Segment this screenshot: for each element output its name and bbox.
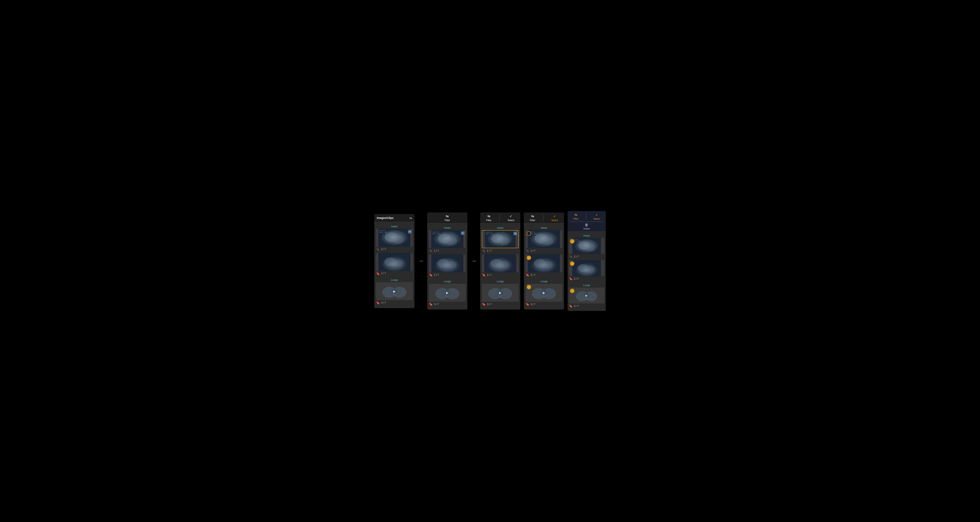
- svg-text:▶: ▶: [499, 291, 502, 294]
- media-item-0-1[interactable]: 🔖2 / 7: [376, 253, 413, 276]
- svg-point-3: [393, 236, 404, 244]
- delete-icon: 🗑: [585, 223, 589, 227]
- counter-row: 🔖2 / 7: [482, 272, 519, 277]
- svg-point-69: [586, 266, 595, 273]
- svg-text:Depth: 16cm: Depth: 16cm: [379, 232, 387, 233]
- bookmark-icon[interactable]: 🔖: [429, 302, 433, 306]
- select-label: Select: [593, 218, 600, 220]
- scene: Images/clips ⇋ Heart 123/45 Hz Depth: 16…: [368, 205, 612, 317]
- bookmark-icon[interactable]: 🔖: [569, 255, 573, 258]
- media-thumb-1-0[interactable]: ▶ ✓: [569, 288, 605, 304]
- media-thumb-1-0[interactable]: ▶ ✓: [525, 284, 562, 302]
- check-overlay[interactable]: ○: [527, 231, 531, 236]
- bookmark-icon[interactable]: 🔖: [525, 273, 530, 277]
- media-thumb-0-0[interactable]: 123/45 Hz Depth: 16cm ✏: [482, 230, 519, 248]
- check-overlay[interactable]: ✓: [570, 239, 574, 243]
- media-thumb-0-0[interactable]: 123/45 Hz Depth: 16cm ✏: [376, 229, 413, 247]
- panel-5: ⇋ Filter ✓ Select 🗑 Delete Heart: [568, 211, 606, 311]
- media-thumb-0-1[interactable]: ✓: [525, 255, 562, 272]
- filter-label: Filter: [573, 218, 579, 220]
- media-item-0-1[interactable]: 🔖2 / 7: [429, 255, 466, 277]
- media-thumb-0-0[interactable]: 123/45 Hz Depth: 16cm ✓: [569, 238, 605, 254]
- media-item-0-0[interactable]: 123/45 Hz Depth: 16cm ✏🔖1 / 7: [376, 229, 413, 252]
- bookmark-icon[interactable]: 🔖: [525, 302, 530, 306]
- select-button[interactable]: ✓ Select: [508, 214, 514, 222]
- media-item-0-0[interactable]: 123/45 Hz Depth: 16cm ✏🔖1 / 7: [429, 230, 466, 253]
- bookmark-icon[interactable]: 🔖: [569, 304, 573, 308]
- delete-label: Delete: [584, 228, 590, 230]
- media-thumb-0-0[interactable]: 123/45 Hz Depth: 16cm ○: [525, 230, 562, 248]
- svg-text:Depth: 16cm: Depth: 16cm: [432, 233, 440, 234]
- filter-icon[interactable]: ⇋: [409, 216, 412, 220]
- counter-text: 3 / 7: [434, 303, 439, 306]
- panel-1: Images/clips ⇋ Heart 123/45 Hz Depth: 16…: [374, 214, 414, 308]
- media-item-0-0[interactable]: 123/45 Hz Depth: 16cm ✓🔖1 / 7: [569, 238, 605, 259]
- filter-button[interactable]: ⇋ Filter: [486, 214, 492, 222]
- counter-row: 🔖2 / 7: [525, 272, 562, 277]
- section-title-1: Lungs: [482, 279, 519, 284]
- filter-button[interactable]: ⇋ Filter: [445, 214, 450, 222]
- media-thumb-0-1[interactable]: [482, 255, 519, 272]
- counter-row: 🔖3 / 7: [429, 302, 466, 307]
- select-button[interactable]: ✓ Select: [593, 213, 600, 220]
- filter-button[interactable]: ⇋ Filter: [573, 213, 579, 220]
- bookmark-icon[interactable]: 🔖: [482, 249, 486, 253]
- media-thumb-0-1[interactable]: ✓: [569, 260, 605, 276]
- media-item-0-1[interactable]: 🔖2 / 7: [482, 255, 519, 277]
- media-thumb-0-1[interactable]: [429, 255, 466, 272]
- svg-text:123/45 Hz: 123/45 Hz: [379, 230, 386, 231]
- media-thumb-0-0[interactable]: 123/45 Hz Depth: 16cm ✏: [429, 230, 466, 248]
- filter-icon: ⇋: [531, 214, 534, 218]
- media-item-1-0[interactable]: ▶ ✓🔖3 / 7: [525, 284, 562, 307]
- filter-icon: ⇋: [446, 214, 449, 218]
- svg-point-24: [446, 261, 456, 268]
- counter-row: 🔖1 / 7: [569, 254, 605, 259]
- check-overlay[interactable]: ✓: [527, 256, 531, 260]
- media-thumb-1-0[interactable]: ▶: [429, 284, 466, 302]
- counter-text: 1 / 7: [381, 248, 386, 251]
- media-item-1-0[interactable]: ▶ 🔖3 / 7: [376, 282, 413, 305]
- delete-button[interactable]: 🗑 Delete: [584, 223, 590, 230]
- media-item-0-0[interactable]: 123/45 Hz Depth: 16cm ✏🔖1 / 7: [482, 230, 519, 253]
- media-item-1-0[interactable]: ▶ ✓🔖3 / 7: [569, 288, 605, 309]
- media-item-0-0[interactable]: 123/45 Hz Depth: 16cm ○🔖1 / 7: [525, 230, 562, 253]
- bookmark-icon[interactable]: 🔖: [569, 277, 573, 281]
- bookmark-icon[interactable]: 🔖: [429, 273, 433, 277]
- header-title: Images/clips: [377, 216, 394, 220]
- arrow-1: →: [471, 258, 477, 264]
- bookmark-icon[interactable]: 🔖: [525, 249, 530, 253]
- media-item-1-0[interactable]: ▶ 🔖3 / 7: [429, 284, 466, 307]
- check-overlay[interactable]: ✓: [527, 285, 531, 289]
- svg-text:123/45 Hz: 123/45 Hz: [432, 231, 439, 233]
- bookmark-icon[interactable]: 🔖: [482, 302, 486, 306]
- svg-point-18: [446, 237, 457, 245]
- media-thumb-0-1[interactable]: [376, 253, 413, 271]
- edit-icon[interactable]: ✏: [461, 231, 465, 235]
- filter-button[interactable]: ⇋ Filter: [530, 214, 535, 222]
- media-thumb-1-0[interactable]: ▶: [482, 284, 519, 302]
- counter-text: 1 / 7: [574, 255, 579, 258]
- counter-row: 🔖2 / 7: [569, 276, 605, 281]
- bookmark-icon[interactable]: 🔖: [376, 272, 380, 275]
- bookmark-icon[interactable]: 🔖: [376, 301, 380, 305]
- select-button[interactable]: ✓ Select: [551, 214, 558, 222]
- bookmark-icon[interactable]: 🔖: [482, 273, 486, 277]
- filter-label: Filter: [445, 219, 450, 222]
- section-title-0: Heart: [376, 224, 413, 229]
- media-item-0-1[interactable]: ✓🔖2 / 7: [525, 255, 562, 277]
- counter-text: 2 / 7: [574, 277, 579, 280]
- edit-icon[interactable]: ✏: [408, 230, 412, 234]
- media-item-1-0[interactable]: ▶ 🔖3 / 7: [482, 284, 519, 307]
- edit-icon[interactable]: ✏: [514, 232, 517, 236]
- section-title-0: Heart: [482, 225, 519, 230]
- check-overlay[interactable]: ✓: [570, 261, 574, 266]
- svg-text:▶: ▶: [446, 291, 449, 294]
- bookmark-icon[interactable]: 🔖: [429, 249, 433, 253]
- media-item-0-1[interactable]: ✓🔖2 / 7: [569, 260, 605, 281]
- svg-point-48: [542, 237, 554, 245]
- bookmark-icon[interactable]: 🔖: [376, 247, 380, 251]
- panel-content: Heart 123/45 Hz Depth: 16cm ○🔖1 / 7: [524, 223, 564, 310]
- svg-point-63: [585, 244, 595, 251]
- media-thumb-1-0[interactable]: ▶: [376, 282, 413, 300]
- check-overlay[interactable]: ✓: [570, 289, 574, 293]
